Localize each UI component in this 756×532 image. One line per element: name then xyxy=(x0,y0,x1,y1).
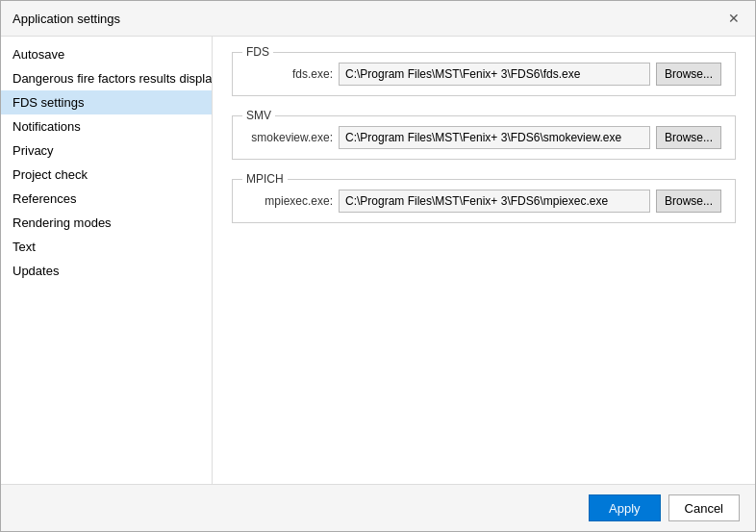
sidebar-item-project-check[interactable]: Project check xyxy=(1,163,212,187)
section-legend-mpich: MPICH xyxy=(242,172,288,186)
field-label-mpich: mpiexec.exe: xyxy=(246,194,333,208)
sidebar-item-text[interactable]: Text xyxy=(1,235,212,259)
field-input-mpich[interactable] xyxy=(339,190,650,213)
dialog-footer: Apply Cancel xyxy=(1,484,755,531)
dialog-body: AutosaveDangerous fire factors results d… xyxy=(1,37,755,484)
sidebar-item-updates[interactable]: Updates xyxy=(1,259,212,283)
browse-button-fds[interactable]: Browse... xyxy=(656,63,721,86)
section-border-smv: SMVsmokeview.exe:Browse... xyxy=(232,115,736,160)
section-mpich: MPICHmpiexec.exe:Browse... xyxy=(232,179,736,223)
section-fds: FDSfds.exe:Browse... xyxy=(232,52,736,96)
field-label-smv: smokeview.exe: xyxy=(246,131,333,144)
application-settings-dialog: Application settings ✕ AutosaveDangerous… xyxy=(0,0,756,532)
field-row-fds: fds.exe:Browse... xyxy=(246,63,721,86)
sidebar-item-references[interactable]: References xyxy=(1,187,212,211)
field-row-mpich: mpiexec.exe:Browse... xyxy=(246,190,721,213)
field-label-fds: fds.exe: xyxy=(246,67,333,81)
section-smv: SMVsmokeview.exe:Browse... xyxy=(232,115,736,160)
section-legend-smv: SMV xyxy=(242,109,275,122)
field-input-fds[interactable] xyxy=(339,63,650,86)
cancel-button[interactable]: Cancel xyxy=(668,494,740,521)
sidebar-item-privacy[interactable]: Privacy xyxy=(1,139,212,163)
browse-button-mpich[interactable]: Browse... xyxy=(656,190,721,213)
sidebar: AutosaveDangerous fire factors results d… xyxy=(1,37,213,484)
sidebar-item-notifications[interactable]: Notifications xyxy=(1,114,212,139)
sidebar-item-fds-settings[interactable]: FDS settings xyxy=(1,90,212,114)
field-row-smv: smokeview.exe:Browse... xyxy=(246,126,721,149)
main-content: FDSfds.exe:Browse...SMVsmokeview.exe:Bro… xyxy=(213,37,755,484)
field-input-smv[interactable] xyxy=(339,126,650,149)
sidebar-item-autosave[interactable]: Autosave xyxy=(1,42,212,66)
section-border-mpich: MPICHmpiexec.exe:Browse... xyxy=(232,179,736,223)
dialog-title: Application settings xyxy=(13,12,120,26)
section-legend-fds: FDS xyxy=(242,45,273,59)
sidebar-item-rendering-modes[interactable]: Rendering modes xyxy=(1,211,212,235)
sidebar-item-dangerous-fire[interactable]: Dangerous fire factors results display xyxy=(1,66,212,90)
apply-button[interactable]: Apply xyxy=(589,494,661,521)
section-border-fds: FDSfds.exe:Browse... xyxy=(232,52,736,96)
browse-button-smv[interactable]: Browse... xyxy=(656,126,721,149)
title-bar: Application settings ✕ xyxy=(1,1,755,37)
close-button[interactable]: ✕ xyxy=(724,9,743,28)
